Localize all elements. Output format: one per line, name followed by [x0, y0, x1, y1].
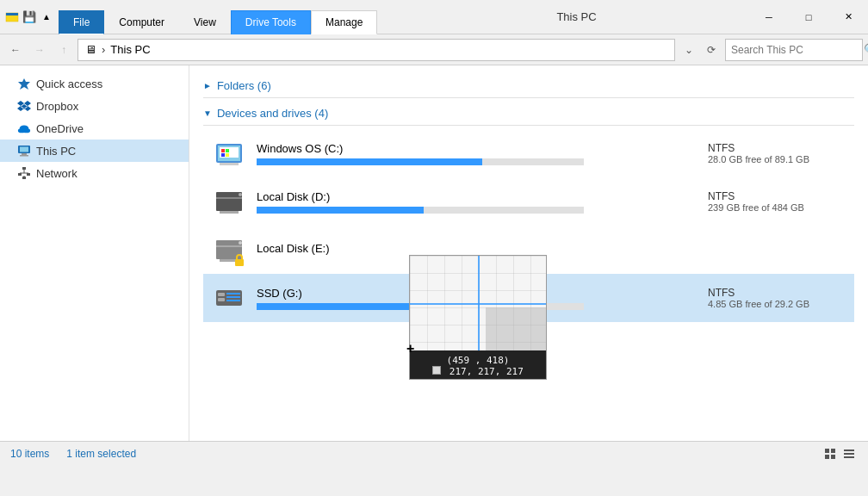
address-input[interactable]: 🖥 › This PC	[78, 39, 675, 61]
svg-rect-43	[825, 455, 829, 459]
title-bar-icons: 💾 ▲	[0, 0, 59, 34]
magnifier-content	[410, 256, 546, 350]
svg-rect-25	[220, 163, 239, 165]
svg-rect-38	[226, 293, 240, 294]
drive-fill-d	[257, 207, 424, 214]
tab-file[interactable]: File	[59, 10, 104, 34]
drive-bar-c	[257, 158, 584, 165]
sidebar-label-quick-access: Quick access	[36, 78, 102, 90]
back-button[interactable]: ←	[5, 40, 26, 60]
refresh-button[interactable]: ⟳	[701, 40, 722, 60]
svg-rect-40	[226, 300, 240, 301]
maximize-button[interactable]: □	[789, 0, 828, 34]
svg-point-32	[239, 241, 242, 245]
status-bar: 10 items 1 item selected	[0, 441, 868, 465]
tab-computer[interactable]: Computer	[104, 10, 179, 34]
drive-item-d[interactable]: Local Disk (D:) NTFS 239 GB free of 484 …	[203, 177, 854, 226]
drive-icon-e	[212, 232, 246, 267]
network-icon	[17, 166, 31, 180]
svg-rect-37	[218, 298, 225, 301]
sidebar-label-network: Network	[36, 167, 78, 180]
address-actions: ⌄ ⟳	[679, 40, 722, 60]
drive-space-c: 28.0 GB free of 89.1 GB	[708, 154, 846, 164]
view-icons	[822, 445, 858, 462]
drive-bar-d	[257, 207, 584, 214]
sidebar-label-onedrive: OneDrive	[36, 122, 84, 135]
dropbox-icon	[17, 99, 31, 113]
svg-rect-13	[22, 177, 26, 179]
title-bar: 💾 ▲ File Computer View Drive Tools Manag…	[0, 0, 868, 34]
minimize-button[interactable]: ─	[749, 0, 789, 34]
drive-meta-c: NTFS 28.0 GB free of 89.1 GB	[708, 142, 846, 164]
sidebar: Quick access Dropbox OneDrive	[0, 65, 189, 441]
drive-space-d: 239 GB free of 484 GB	[708, 202, 846, 213]
svg-rect-34	[235, 259, 244, 266]
sidebar-item-this-pc[interactable]: This PC	[0, 140, 189, 162]
status-item-count: 10 items	[10, 448, 49, 460]
sidebar-item-quick-access[interactable]: Quick access	[0, 72, 189, 95]
search-icon: 🔍	[864, 43, 868, 56]
dropdown-button[interactable]: ⌄	[679, 40, 699, 60]
folders-section-header[interactable]: ► Folders (6)	[203, 74, 854, 98]
svg-rect-1	[6, 13, 18, 16]
address-bar: ← → ↑ 🖥 › This PC ⌄ ⟳ 🔍	[0, 34, 868, 65]
tab-manage[interactable]: Manage	[311, 10, 377, 34]
svg-rect-41	[825, 449, 829, 453]
up-button[interactable]: ↑	[53, 40, 74, 60]
sidebar-label-this-pc: This PC	[36, 145, 76, 158]
svg-rect-42	[831, 449, 835, 453]
magnifier-shaded	[486, 307, 546, 350]
window-controls: ─ □ ✕	[749, 0, 868, 34]
svg-rect-36	[218, 293, 225, 296]
devices-section-title: Devices and drives (4)	[217, 107, 328, 120]
view-icon-tiles[interactable]	[822, 445, 839, 462]
sidebar-item-dropbox[interactable]: Dropbox	[0, 95, 189, 117]
drive-icon-d	[212, 184, 246, 219]
quick-access-icon	[17, 77, 31, 90]
drive-meta-d: NTFS 239 GB free of 484 GB	[708, 190, 846, 213]
svg-rect-29	[220, 211, 239, 214]
svg-rect-27	[216, 197, 242, 199]
drive-name-c: Windows OS (C:)	[257, 142, 698, 155]
search-box[interactable]: 🔍	[725, 39, 863, 61]
devices-section-header[interactable]: ▼ Devices and drives (4)	[203, 102, 854, 126]
tab-drive-tools[interactable]: Drive Tools	[231, 10, 311, 34]
drive-info-c: Windows OS (C:)	[257, 142, 698, 165]
svg-rect-46	[844, 453, 854, 455]
devices-collapse-arrow: ▼	[203, 108, 212, 118]
svg-rect-10	[22, 167, 26, 170]
svg-rect-8	[22, 153, 27, 155]
drive-item-c[interactable]: Windows OS (C:) NTFS 28.0 GB free of 89.…	[203, 129, 854, 177]
magnifier-popup: (459 , 418) 217, 217, 217	[409, 255, 547, 380]
drive-name-d: Local Disk (D:)	[257, 190, 698, 203]
svg-rect-23	[221, 153, 225, 157]
drive-name-e: Local Disk (E:)	[257, 242, 698, 255]
folders-section-title: Folders (6)	[217, 79, 271, 92]
svg-rect-7	[20, 147, 28, 152]
forward-button[interactable]: →	[29, 40, 50, 60]
sidebar-item-network[interactable]: Network	[0, 162, 189, 184]
tab-view[interactable]: View	[179, 10, 231, 34]
status-selected-count: 1 item selected	[66, 448, 136, 460]
drive-info-d: Local Disk (D:)	[257, 190, 698, 214]
drive-icon-g	[212, 281, 246, 315]
svg-rect-47	[844, 456, 854, 458]
sidebar-label-dropbox: Dropbox	[36, 100, 78, 113]
address-path-text: ›	[102, 43, 105, 56]
drive-meta-g: NTFS 4.85 GB free of 29.2 GB	[708, 287, 846, 309]
svg-rect-9	[20, 155, 28, 157]
app-icon	[5, 10, 19, 24]
svg-rect-26	[216, 192, 242, 211]
search-input[interactable]	[731, 44, 860, 56]
arrow-up-icon: ▲	[40, 10, 53, 24]
svg-rect-39	[226, 296, 240, 298]
sidebar-item-onedrive[interactable]: OneDrive	[0, 117, 189, 140]
svg-point-28	[239, 193, 242, 196]
close-button[interactable]: ✕	[828, 0, 868, 34]
this-pc-icon	[17, 144, 31, 158]
view-icon-details[interactable]	[840, 445, 858, 462]
address-path-value: This PC	[110, 43, 150, 56]
magnifier-label: (459 , 418) 217, 217, 217	[410, 350, 546, 380]
drive-fs-g: NTFS	[708, 287, 846, 299]
drive-fs-d: NTFS	[708, 190, 846, 202]
